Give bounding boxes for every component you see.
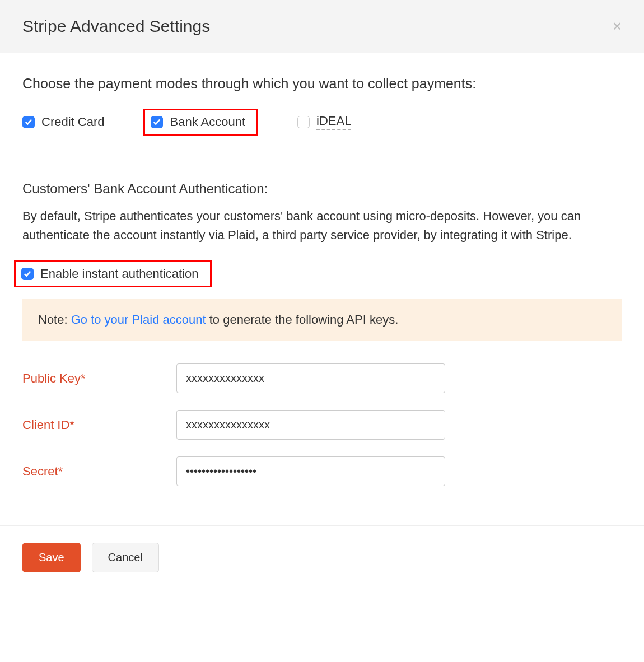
plaid-account-link[interactable]: Go to your Plaid account xyxy=(71,313,206,327)
public-key-label: Public Key* xyxy=(22,371,176,386)
auth-description: By default, Stripe authenticates your cu… xyxy=(22,207,622,245)
credit-card-label: Credit Card xyxy=(41,115,104,129)
client-id-input[interactable] xyxy=(176,410,445,440)
instant-auth-highlight: Enable instant authentication xyxy=(14,260,622,287)
modal-content: Choose the payment modes through which y… xyxy=(0,53,644,525)
credit-card-checkbox[interactable] xyxy=(22,116,35,128)
ideal-label: iDEAL xyxy=(316,114,351,130)
auth-heading: Customers' Bank Account Authentication: xyxy=(22,181,622,197)
ideal-checkbox[interactable] xyxy=(297,116,310,128)
bank-account-label: Bank Account xyxy=(170,115,245,129)
secret-row: Secret* xyxy=(22,456,622,486)
enable-instant-auth-checkbox[interactable] xyxy=(21,268,34,280)
note-suffix: to generate the following API keys. xyxy=(206,313,399,327)
modal-title: Stripe Advanced Settings xyxy=(22,17,210,36)
modal-footer: Save Cancel xyxy=(0,525,644,589)
payment-modes-heading: Choose the payment modes through which y… xyxy=(22,76,622,92)
note-prefix: Note: xyxy=(38,313,71,327)
bank-account-option[interactable]: Bank Account xyxy=(151,115,245,129)
cancel-button[interactable]: Cancel xyxy=(92,543,159,572)
client-id-row: Client ID* xyxy=(22,410,622,440)
modal-header: Stripe Advanced Settings × xyxy=(0,0,644,53)
bank-account-highlight: Bank Account xyxy=(143,109,258,136)
secret-label: Secret* xyxy=(22,464,176,479)
public-key-row: Public Key* xyxy=(22,363,622,393)
close-icon[interactable]: × xyxy=(613,18,622,34)
note-box: Note: Go to your Plaid account to genera… xyxy=(22,299,622,341)
enable-instant-auth-label: Enable instant authentication xyxy=(40,267,199,281)
bank-account-checkbox[interactable] xyxy=(151,116,163,128)
enable-instant-auth-option[interactable]: Enable instant authentication xyxy=(21,267,199,281)
ideal-option[interactable]: iDEAL xyxy=(297,114,351,130)
secret-input[interactable] xyxy=(176,456,445,486)
save-button[interactable]: Save xyxy=(22,543,81,572)
client-id-label: Client ID* xyxy=(22,418,176,432)
credit-card-option[interactable]: Credit Card xyxy=(22,115,104,129)
payment-modes-row: Credit Card Bank Account iDEAL xyxy=(22,109,622,158)
public-key-input[interactable] xyxy=(176,363,445,393)
